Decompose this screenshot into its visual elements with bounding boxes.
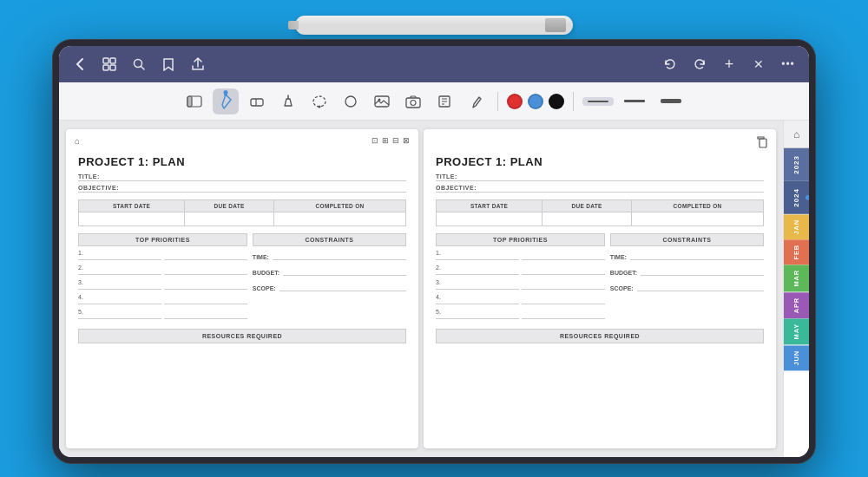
svg-rect-14 [345,96,356,107]
grid-icon-3[interactable]: ⊟ [392,136,399,145]
content-area: ⌂ ⊡ ⊞ ⊟ ⊠ PROJECT 1: PLAN TITLE: OBJECTI… [59,121,809,457]
objective-label-right: OBJECTIVE: [436,185,764,191]
color-red[interactable] [507,94,523,109]
right-sidebar: ⌂ 2023 2024 JAN FEB MAR APR [783,121,809,457]
two-col-right: TOP PRIORITIES 1. 2. 3. 4. 5. CONSTRAINT… [436,233,764,323]
month-apr-tab[interactable]: APR [784,292,809,318]
pen-tool-button[interactable] [213,88,239,114]
month-mar-tab[interactable]: MAR [784,265,809,291]
stroke-medium-button[interactable] [619,96,650,106]
grid-icon-4[interactable]: ⊠ [403,136,410,145]
budget-label-right: BUDGET: [610,270,637,276]
constraints-header-left: CONSTRAINTS [253,233,406,246]
add-button[interactable]: + [719,54,740,75]
back-button[interactable] [69,54,90,75]
priority-4-left: 4. [78,294,247,304]
priority-1-left: 1. [78,250,247,260]
image-insert-button[interactable] [369,88,395,114]
objective-line-left [78,192,406,193]
stroke-thin-button[interactable] [582,97,614,106]
undo-button[interactable] [660,54,681,75]
resources-bar-right: RESOURCES REQUIRED [436,329,764,343]
home-icon-left[interactable]: ⌂ [75,136,80,146]
copy-icon-right[interactable] [757,136,767,150]
start-date-header-right: START DATE [437,200,542,212]
constraints-header-right: CONSTRAINTS [610,233,764,246]
date-table-right: START DATE DUE DATE COMPLETED ON [436,199,764,226]
close-button[interactable]: ✕ [748,54,769,75]
priority-5-left: 5. [78,309,247,319]
svg-rect-2 [103,65,108,70]
start-date-header-left: START DATE [79,200,185,212]
search-button[interactable] [128,54,149,75]
date-table-left: START DATE DUE DATE COMPLETED ON [78,199,406,226]
lasso-tool-button[interactable] [306,88,332,114]
share-button[interactable] [187,54,208,75]
pages-area: ⌂ ⊡ ⊞ ⊟ ⊠ PROJECT 1: PLAN TITLE: OBJECTI… [59,121,783,457]
more-options-button[interactable]: ••• [778,54,799,75]
highlighter-tool-button[interactable] [275,88,301,114]
year-2024-tab[interactable]: 2024 [784,181,809,214]
drawing-toolbar [59,82,809,121]
svg-rect-17 [406,98,420,108]
priority-num-2r: 2. [436,265,519,275]
month-feb-tab[interactable]: FEB [784,239,809,265]
bookmark-button[interactable] [158,54,179,75]
color-blue[interactable] [528,94,543,109]
text-tool-button[interactable] [431,88,457,114]
priorities-col-left: TOP PRIORITIES 1. 2. 3. 4. 5. [78,233,247,323]
stroke-thick-button[interactable] [655,95,687,107]
top-bar-right: + ✕ ••• [660,54,799,75]
month-jun-tab[interactable]: JUN [784,345,809,370]
scope-label-right: SCOPE: [610,285,634,291]
page-right-title: PROJECT 1: PLAN [436,155,764,168]
month-may-tab[interactable]: MAY [784,318,809,344]
grid-icon-1[interactable]: ⊡ [372,136,378,145]
svg-rect-1 [110,58,115,63]
completed-cell-right[interactable] [632,212,764,226]
priority-num-1r: 1. [436,250,519,260]
priority-num-5: 5. [78,309,161,319]
eraser-tool-button[interactable] [244,88,270,114]
due-date-cell-left[interactable] [184,212,273,226]
year-2023-tab[interactable]: 2023 [784,148,809,181]
priorities-col-right: TOP PRIORITIES 1. 2. 3. 4. 5. [436,233,605,323]
due-date-header-right: DUE DATE [542,200,631,212]
grid-view-button[interactable] [99,54,120,75]
grid-icon-2[interactable]: ⊞ [382,136,389,145]
top-bar-left [69,54,208,75]
start-date-cell-right[interactable] [437,212,542,226]
stylus [295,16,573,35]
time-label-left: TIME: [253,254,269,260]
divider-2 [573,92,574,111]
priority-num-4: 4. [78,294,161,304]
priorities-header-right: TOP PRIORITIES [436,233,605,246]
page-right: PROJECT 1: PLAN TITLE: OBJECTIVE: START … [424,129,776,448]
shapes-tool-button[interactable] [338,88,364,114]
sidebar-toggle-icon[interactable] [181,88,207,114]
start-date-cell-left[interactable] [79,212,185,226]
stylus-tip [545,18,566,32]
redo-button[interactable] [689,54,710,75]
divider-1 [497,92,498,111]
priorities-header-left: TOP PRIORITIES [78,233,247,246]
constraints-col-right: CONSTRAINTS TIME: BUDGET: SCOPE: [610,233,764,323]
budget-row-right: BUDGET: [610,265,764,276]
priority-1-right: 1. [436,250,605,260]
camera-button[interactable] [400,88,426,114]
color-black[interactable] [549,94,564,109]
priority-2-left: 2. [78,265,247,275]
title-line-left [78,180,406,181]
svg-point-18 [411,100,416,105]
priority-5-right: 5. [436,309,605,319]
month-jan-tab[interactable]: JAN [784,214,809,239]
due-date-cell-right[interactable] [542,212,631,226]
current-indicator [806,195,809,200]
completed-cell-left[interactable] [274,212,406,226]
title-line-right [436,180,764,181]
time-row-right: TIME: [610,250,764,260]
svg-rect-7 [187,96,192,107]
sidebar-home-button[interactable]: ⌂ [784,121,809,148]
marker-tool-button[interactable] [463,88,489,114]
svg-point-13 [319,105,321,108]
